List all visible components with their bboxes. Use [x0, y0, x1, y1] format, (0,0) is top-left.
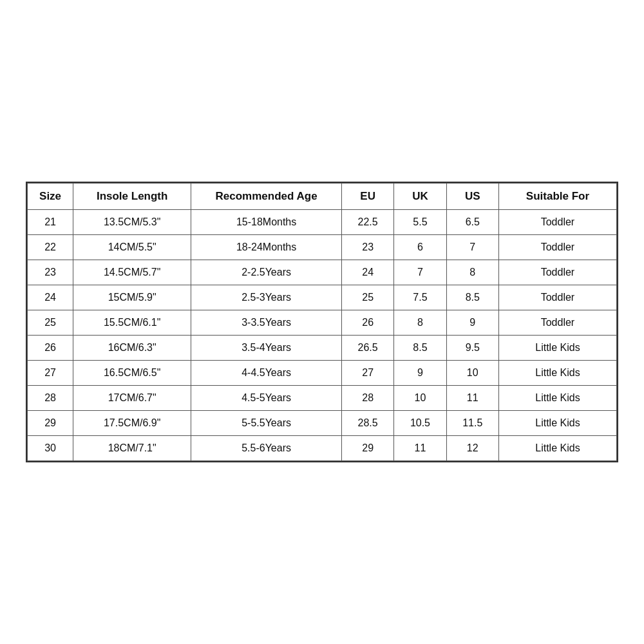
table-cell: 5.5-6Years: [191, 436, 342, 461]
table-cell: 27: [28, 361, 73, 386]
table-row: 2515.5CM/6.1"3-3.5Years2689Toddler: [28, 310, 617, 336]
table-cell: 27: [341, 361, 393, 386]
table-cell: 7.5: [394, 285, 446, 310]
table-cell: 8: [446, 260, 498, 285]
table-row: 2214CM/5.5"18-24Months2367Toddler: [28, 235, 617, 260]
table-cell: 10: [394, 386, 446, 411]
table-cell: 26.5: [341, 336, 393, 361]
table-cell: 29: [341, 436, 393, 461]
table-cell: Toddler: [498, 310, 616, 336]
table-cell: 8: [394, 310, 446, 336]
table-cell: 6.5: [446, 210, 498, 235]
table-cell: 23: [28, 260, 73, 285]
table-row: 2716.5CM/6.5"4-4.5Years27910Little Kids: [28, 361, 617, 386]
header-size: Size: [28, 184, 73, 210]
table-row: 2817CM/6.7"4.5-5Years281011Little Kids: [28, 386, 617, 411]
table-cell: 9: [394, 361, 446, 386]
header-eu: EU: [341, 184, 393, 210]
table-cell: 29: [28, 411, 73, 436]
table-cell: 26: [28, 336, 73, 361]
table-cell: 10.5: [394, 411, 446, 436]
table-cell: 24: [341, 260, 393, 285]
table-cell: Little Kids: [498, 361, 616, 386]
header-age: Recommended Age: [191, 184, 342, 210]
table-cell: 14CM/5.5": [73, 235, 191, 260]
table-cell: 11: [446, 386, 498, 411]
table-cell: 8.5: [446, 285, 498, 310]
size-chart-table: Size Insole Length Recommended Age EU UK…: [27, 183, 617, 461]
table-cell: 2-2.5Years: [191, 260, 342, 285]
table-cell: Little Kids: [498, 436, 616, 461]
table-cell: 17CM/6.7": [73, 386, 191, 411]
table-cell: 11: [394, 436, 446, 461]
table-cell: 24: [28, 285, 73, 310]
table-cell: 26: [341, 310, 393, 336]
table-cell: 3.5-4Years: [191, 336, 342, 361]
table-cell: 8.5: [394, 336, 446, 361]
table-cell: 2.5-3Years: [191, 285, 342, 310]
table-cell: 22.5: [341, 210, 393, 235]
table-cell: 30: [28, 436, 73, 461]
table-cell: Toddler: [498, 285, 616, 310]
table-row: 2314.5CM/5.7"2-2.5Years2478Toddler: [28, 260, 617, 285]
table-cell: 7: [394, 260, 446, 285]
table-cell: 12: [446, 436, 498, 461]
table-cell: 17.5CM/6.9": [73, 411, 191, 436]
table-cell: Toddler: [498, 210, 616, 235]
table-cell: 7: [446, 235, 498, 260]
table-cell: 22: [28, 235, 73, 260]
table-cell: 28.5: [341, 411, 393, 436]
table-cell: 6: [394, 235, 446, 260]
table-cell: 21: [28, 210, 73, 235]
table-cell: 14.5CM/5.7": [73, 260, 191, 285]
table-cell: 4-4.5Years: [191, 361, 342, 386]
table-cell: 9.5: [446, 336, 498, 361]
table-row: 2113.5CM/5.3"15-18Months22.55.56.5Toddle…: [28, 210, 617, 235]
table-cell: Toddler: [498, 235, 616, 260]
table-cell: 18CM/7.1": [73, 436, 191, 461]
table-cell: 23: [341, 235, 393, 260]
table-cell: 5-5.5Years: [191, 411, 342, 436]
table-cell: 15.5CM/6.1": [73, 310, 191, 336]
table-cell: 9: [446, 310, 498, 336]
size-chart-wrapper: Size Insole Length Recommended Age EU UK…: [26, 182, 618, 462]
header-uk: UK: [394, 184, 446, 210]
table-cell: 4.5-5Years: [191, 386, 342, 411]
table-cell: 5.5: [394, 210, 446, 235]
table-cell: 25: [28, 310, 73, 336]
table-cell: Toddler: [498, 260, 616, 285]
table-cell: Little Kids: [498, 386, 616, 411]
table-cell: 28: [341, 386, 393, 411]
table-cell: Little Kids: [498, 336, 616, 361]
table-row: 3018CM/7.1"5.5-6Years291112Little Kids: [28, 436, 617, 461]
header-insole: Insole Length: [73, 184, 191, 210]
table-cell: 25: [341, 285, 393, 310]
table-cell: 11.5: [446, 411, 498, 436]
header-suitable: Suitable For: [498, 184, 616, 210]
table-cell: Little Kids: [498, 411, 616, 436]
table-cell: 16CM/6.3": [73, 336, 191, 361]
table-cell: 28: [28, 386, 73, 411]
table-row: 2415CM/5.9"2.5-3Years257.58.5Toddler: [28, 285, 617, 310]
table-cell: 15CM/5.9": [73, 285, 191, 310]
table-cell: 16.5CM/6.5": [73, 361, 191, 386]
table-cell: 3-3.5Years: [191, 310, 342, 336]
table-cell: 15-18Months: [191, 210, 342, 235]
table-cell: 13.5CM/5.3": [73, 210, 191, 235]
table-row: 2616CM/6.3"3.5-4Years26.58.59.5Little Ki…: [28, 336, 617, 361]
table-row: 2917.5CM/6.9"5-5.5Years28.510.511.5Littl…: [28, 411, 617, 436]
table-header-row: Size Insole Length Recommended Age EU UK…: [28, 184, 617, 210]
table-cell: 10: [446, 361, 498, 386]
table-cell: 18-24Months: [191, 235, 342, 260]
header-us: US: [446, 184, 498, 210]
